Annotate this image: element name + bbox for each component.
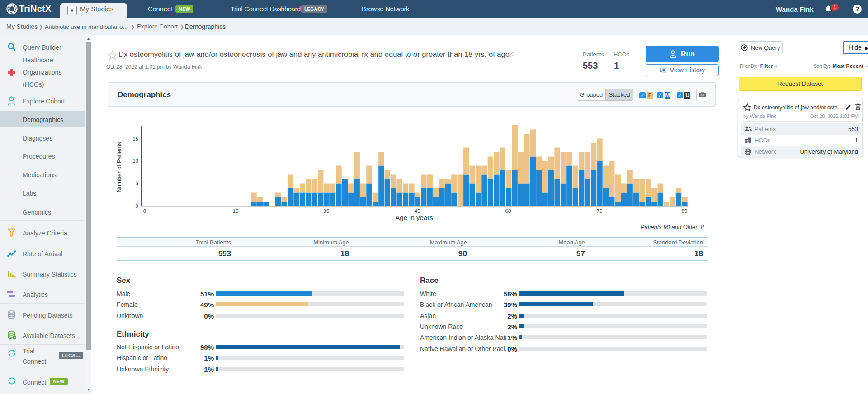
svg-text:15: 15	[233, 208, 239, 214]
svg-text:0: 0	[136, 203, 138, 209]
svg-text:Age in years: Age in years	[395, 214, 433, 221]
svg-text:5: 5	[136, 181, 138, 186]
svg-text:60: 60	[505, 208, 511, 214]
svg-text:89: 89	[682, 208, 688, 214]
svg-text:Number of Patients: Number of Patients	[116, 142, 123, 192]
svg-text:45: 45	[415, 208, 420, 214]
svg-text:30: 30	[324, 208, 330, 214]
svg-text:75: 75	[597, 208, 603, 214]
svg-text:15: 15	[132, 136, 138, 141]
svg-text:10: 10	[132, 158, 138, 164]
svg-text:0: 0	[143, 208, 146, 214]
